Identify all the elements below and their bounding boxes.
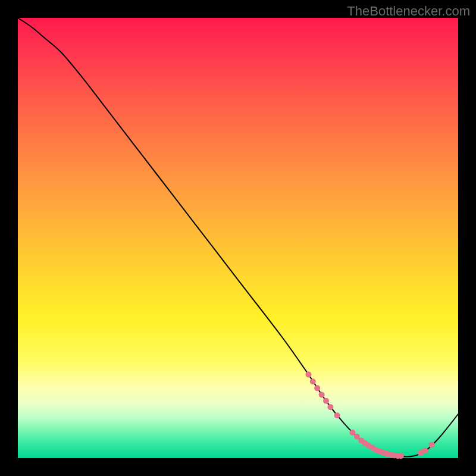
highlight-point	[398, 453, 404, 459]
highlight-point	[422, 447, 428, 453]
highlight-point	[354, 434, 360, 440]
highlight-point	[319, 392, 325, 397]
highlight-point	[334, 412, 340, 418]
watermark-text: TheBottlenecker.com	[347, 4, 470, 19]
highlight-point	[429, 442, 435, 448]
highlight-point	[314, 385, 320, 391]
highlight-point	[327, 404, 333, 410]
highlight-point	[323, 398, 329, 404]
highlight-point	[310, 378, 316, 384]
highlight-points-group	[305, 371, 434, 459]
chart-plot-area	[18, 18, 458, 458]
bottleneck-curve	[18, 18, 458, 456]
highlight-point	[305, 371, 311, 377]
chart-svg	[18, 18, 458, 458]
highlight-point	[349, 430, 355, 436]
